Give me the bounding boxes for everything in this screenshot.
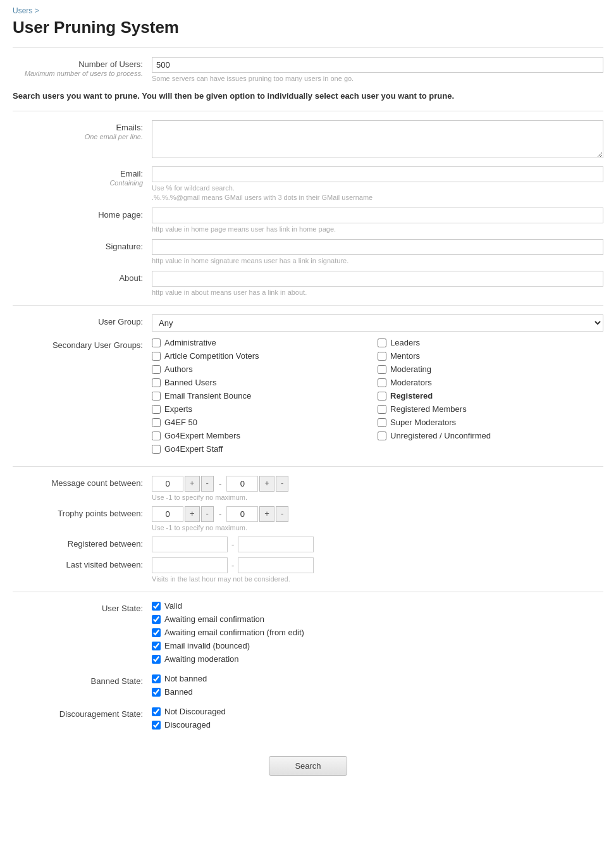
g4ef50-label: G4EF 50 [164, 418, 197, 427]
emails-row: Emails: One email per line. [13, 120, 603, 160]
trophy-points-row: Trophy points between: + - - + - Use -1 … [13, 506, 603, 531]
registered-between-end-input[interactable] [238, 537, 314, 552]
discouragement-state-not-discouraged-label: Not Discouraged [164, 707, 226, 716]
banned-users-checkbox[interactable] [152, 378, 161, 387]
secondary-user-groups-left-col: Administrative Article Competition Voter… [152, 338, 378, 457]
trophy-points-max-plus[interactable]: + [259, 506, 274, 521]
signature-field: http value in home signature means user … [152, 239, 603, 264]
user-state-awaiting-email-label: Awaiting email confirmation [164, 614, 264, 624]
about-field: http value in about means user has a lin… [152, 271, 603, 296]
list-item: Go4Expert Members [152, 431, 378, 440]
email-field: Use % for wildcard search. .%.%.%@gmail … [152, 166, 603, 201]
user-state-field: Valid Awaiting email confirmation Awaiti… [152, 601, 603, 668]
breadcrumb-users-link[interactable]: Users [13, 6, 32, 15]
discouragement-state-discouraged-label: Discouraged [164, 720, 211, 730]
go4expert-staff-checkbox[interactable] [152, 445, 161, 454]
banned-state-label: Banned State: [13, 674, 152, 686]
go4expert-members-label: Go4Expert Members [164, 431, 240, 440]
g4ef50-checkbox[interactable] [152, 418, 161, 427]
trophy-points-min-input[interactable] [152, 506, 183, 522]
email-input[interactable] [152, 166, 603, 182]
mentors-checkbox[interactable] [378, 352, 386, 361]
discouragement-state-discouraged-checkbox[interactable] [152, 721, 161, 730]
experts-checkbox[interactable] [152, 405, 161, 414]
about-input[interactable] [152, 271, 603, 287]
home-page-field: http value in home page means user has l… [152, 208, 603, 233]
go4expert-members-checkbox[interactable] [152, 432, 161, 440]
super-moderators-checkbox[interactable] [378, 418, 386, 427]
last-visited-field: - Visits in the last hour may not be con… [152, 557, 603, 583]
secondary-user-groups-label: Secondary User Groups: [13, 338, 152, 350]
list-item: Unregistered / Unconfirmed [378, 431, 603, 440]
user-group-select[interactable]: Any Administrative Registered Moderating [152, 314, 603, 332]
home-page-input[interactable] [152, 208, 603, 223]
message-count-max-plus[interactable]: + [259, 476, 274, 491]
user-group-field: Any Administrative Registered Moderating [152, 314, 603, 332]
administrative-checkbox[interactable] [152, 339, 161, 347]
user-state-awaiting-email-edit-checkbox[interactable] [152, 628, 161, 637]
user-state-email-invalid-label: Email invalid (bounced) [164, 641, 250, 650]
email-transient-checkbox[interactable] [152, 392, 161, 401]
list-item: Registered Members [378, 404, 603, 414]
secondary-user-groups-grid: Administrative Article Competition Voter… [152, 338, 603, 457]
home-page-label: Home page: [13, 208, 152, 220]
message-count-max-input[interactable] [226, 476, 258, 492]
user-state-awaiting-mod-checkbox[interactable] [152, 655, 161, 664]
about-row: About: http value in about means user ha… [13, 271, 603, 296]
trophy-points-field: + - - + - Use -1 to specify no maximum. [152, 506, 603, 531]
unregistered-checkbox[interactable] [378, 432, 386, 440]
user-state-awaiting-email-checkbox[interactable] [152, 615, 161, 624]
about-label: About: [13, 271, 152, 283]
user-state-awaiting-email-edit-label: Awaiting email confirmation (from edit) [164, 628, 304, 637]
user-state-label: User State: [13, 601, 152, 613]
page-title: User Pruning System [13, 18, 603, 37]
user-state-row: User State: Valid Awaiting email confirm… [13, 601, 603, 668]
moderating-label: Moderating [390, 364, 431, 374]
emails-textarea[interactable] [152, 120, 603, 158]
banned-state-row: Banned State: Not banned Banned [13, 674, 603, 700]
list-item: Super Moderators [378, 418, 603, 427]
banned-state-banned-checkbox[interactable] [152, 688, 161, 697]
number-of-users-field: Some servers can have issues pruning too… [152, 57, 603, 82]
list-item: Experts [152, 404, 378, 414]
user-state-valid-checkbox[interactable] [152, 602, 161, 611]
message-count-max-minus[interactable]: - [276, 476, 288, 491]
message-count-min-minus[interactable]: - [201, 476, 214, 491]
last-visited-start-input[interactable] [152, 557, 228, 573]
trophy-points-min-minus[interactable]: - [201, 506, 214, 521]
banned-state-banned-label: Banned [164, 687, 193, 697]
article-competition-checkbox[interactable] [152, 352, 161, 361]
registered-checkbox[interactable] [378, 392, 386, 401]
authors-checkbox[interactable] [152, 365, 161, 374]
trophy-points-min-plus[interactable]: + [185, 506, 200, 521]
last-visited-end-input[interactable] [238, 557, 314, 573]
message-count-min-input[interactable] [152, 476, 183, 492]
discouragement-state-not-discouraged-checkbox[interactable] [152, 707, 161, 716]
email-label: Email: Containing [13, 166, 152, 187]
registered-between-start-input[interactable] [152, 537, 228, 552]
list-item: Registered [378, 391, 603, 401]
unregistered-label: Unregistered / Unconfirmed [390, 431, 491, 440]
message-count-hint: Use -1 to specify no maximum. [152, 494, 603, 501]
email-hint2: .%.%.%@gmail means GMail users with 3 do… [152, 194, 603, 201]
signature-input[interactable] [152, 239, 603, 255]
user-group-row: User Group: Any Administrative Registere… [13, 314, 603, 332]
last-visited-hint: Visits in the last hour may not be consi… [152, 575, 603, 583]
stepper-separator2: - [219, 509, 221, 519]
message-count-min-plus[interactable]: + [185, 476, 200, 491]
leaders-label: Leaders [390, 338, 420, 347]
user-state-email-invalid-checkbox[interactable] [152, 642, 161, 650]
leaders-checkbox[interactable] [378, 339, 386, 347]
number-of-users-input[interactable] [152, 57, 603, 73]
banned-state-not-banned-checkbox[interactable] [152, 674, 161, 683]
trophy-points-max-minus[interactable]: - [276, 506, 288, 521]
moderating-checkbox[interactable] [378, 365, 386, 374]
list-item: G4EF 50 [152, 418, 378, 427]
search-button[interactable]: Search [269, 756, 347, 776]
signature-row: Signature: http value in home signature … [13, 239, 603, 264]
trophy-points-max-input[interactable] [226, 506, 258, 522]
registered-members-checkbox[interactable] [378, 405, 386, 414]
moderators-checkbox[interactable] [378, 378, 386, 387]
list-item: Valid [152, 601, 603, 611]
search-button-row: Search [13, 740, 603, 782]
